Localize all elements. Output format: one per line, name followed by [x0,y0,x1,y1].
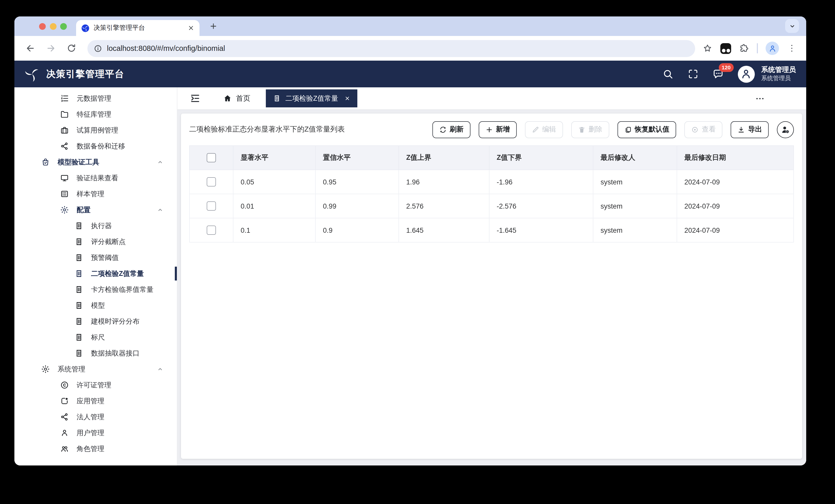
monitor-icon [60,174,69,182]
export-button[interactable]: 导出 [731,121,769,138]
restore-defaults-button[interactable]: 恢复默认值 [617,121,676,138]
row-checkbox[interactable] [207,177,216,187]
sidebar-item-role-management[interactable]: 角色管理 [14,441,177,457]
sidebar-item-score-cutoff[interactable]: 评分截断点 [14,234,177,250]
gear-icon [60,206,69,214]
extensions-puzzle-icon[interactable] [739,43,749,54]
sidebar-group-system-management[interactable]: 系统管理 [14,361,177,377]
sidebar-item-warning-threshold[interactable]: 预警阈值 [14,250,177,266]
cell-confidence: 0.9 [315,218,399,242]
tab-search-button[interactable] [785,19,799,33]
extension-icon[interactable] [720,43,731,54]
chevron-up-icon[interactable] [157,159,163,165]
search-icon[interactable] [662,68,673,80]
chevron-up-icon[interactable] [157,366,163,373]
close-tab-icon[interactable] [188,25,195,31]
cell-modified-by: system [593,170,677,194]
sidebar-item-model[interactable]: 模型 [14,297,177,313]
close-window-button[interactable] [39,23,46,29]
row-checkbox[interactable] [207,202,216,211]
row-checkbox[interactable] [207,226,216,235]
cell-confidence: 0.99 [315,194,399,218]
page-tab-bar: 首页 二项检验Z值常量 [177,87,806,110]
sidebar-item-label: 试算用例管理 [77,126,118,135]
sidebar-item-executor[interactable]: 执行器 [14,218,177,234]
delete-button[interactable]: 删除 [571,121,609,138]
sidebar-group-config[interactable]: 配置 [14,202,177,218]
sidebar-item-metadata-management[interactable]: 元数据管理 [14,90,177,106]
sidebar-item-license-management[interactable]: 许可证管理 [14,377,177,393]
bookmark-star-icon[interactable] [702,43,713,54]
table-row[interactable]: 0.05 0.95 1.96 -1.96 system 2024-07-09 [189,170,794,194]
cell-modified-date: 2024-07-09 [677,218,794,242]
browser-window: 决策引擎管理平台 localhost:8080/#/mv/config/bino… [14,17,806,465]
fullscreen-icon[interactable] [687,68,698,80]
browser-actions [702,42,799,55]
user-avatar[interactable] [737,65,755,82]
minimize-window-button[interactable] [49,23,56,29]
sidebar-group-model-validation[interactable]: 模型验证工具 [14,154,177,170]
reload-button[interactable] [63,40,80,57]
sidebar-item-ruler[interactable]: 标尺 [14,329,177,345]
zoom-window-button[interactable] [60,23,67,29]
table-header-row: 显著水平 置信水平 Z值上界 Z值下界 最后修改人 最后修改日期 [189,146,794,170]
view-button[interactable]: 查看 [684,121,722,138]
column-header: 显著水平 [233,146,315,170]
sidebar-item-application-management[interactable]: 应用管理 [14,393,177,409]
add-button[interactable]: 新增 [478,121,516,138]
receipt-icon [75,349,83,358]
browser-profile-avatar[interactable] [766,42,779,55]
sidebar-item-label: 模型 [91,301,105,310]
sidebar-item-label: 角色管理 [77,444,104,454]
collapse-sidebar-icon[interactable] [190,93,201,104]
site-info-icon[interactable] [94,44,102,52]
browser-menu-icon[interactable] [787,43,797,54]
select-all-checkbox[interactable] [207,153,216,162]
card-header: 二项检验标准正态分布显著水平下的Z值常量列表 刷新 新增 [189,113,794,145]
main-panel-background: 二项检验标准正态分布显著水平下的Z值常量列表 刷新 新增 [177,110,806,465]
sidebar-item-data-backup[interactable]: 数据备份和迁移 [14,138,177,154]
address-bar[interactable]: localhost:8080/#/mv/config/binomial [87,40,695,57]
window-controls [39,23,67,29]
sidebar-item-label: 执行器 [91,221,112,230]
column-settings-button[interactable] [777,121,794,138]
close-tab-icon[interactable] [345,96,350,101]
list-title: 二项检验标准正态分布显著水平下的Z值常量列表 [189,125,345,134]
sidebar-item-label: 特征库管理 [77,110,111,119]
sidebar-item-sample-management[interactable]: 样本管理 [14,186,177,202]
table-row[interactable]: 0.1 0.9 1.645 -1.645 system 2024-07-09 [189,218,794,242]
sidebar-item-validation-results[interactable]: 验证结果查看 [14,170,177,186]
tab-options-ellipsis-icon[interactable] [755,93,765,104]
sidebar-item-legal-entity-management[interactable]: 法人管理 [14,409,177,425]
breadcrumb-home[interactable]: 首页 [223,94,250,103]
refresh-button[interactable]: 刷新 [432,121,470,138]
table-row[interactable]: 0.01 0.99 2.576 -2.576 system 2024-07-09 [189,194,794,218]
new-tab-button[interactable] [208,21,219,32]
column-header: 最后修改日期 [677,146,794,170]
chevron-up-icon[interactable] [157,207,163,213]
notification-badge: 120 [718,63,734,72]
forward-button[interactable] [42,40,60,57]
active-page-tab[interactable]: 二项检验Z值常量 [266,89,357,107]
sidebar-item-user-management[interactable]: 用户管理 [14,425,177,441]
sidebar-item-modeling-score-dist[interactable]: 建模时评分分布 [14,313,177,329]
messages-icon[interactable]: 120 [712,68,724,80]
edit-button[interactable]: 编辑 [525,121,563,138]
sidebar-item-label: 系统管理 [58,364,85,374]
column-header: Z值下界 [489,146,593,170]
back-button[interactable] [22,40,39,57]
user-gear-icon [780,125,790,134]
user-info[interactable]: 系统管理员 系统管理员 [761,66,796,82]
browser-tab[interactable]: 决策引擎管理平台 [76,20,200,36]
sidebar-item-feature-library[interactable]: 特征库管理 [14,106,177,122]
cell-modified-by: system [593,194,677,218]
receipt-icon [75,269,83,278]
column-header: 置信水平 [315,146,399,170]
cell-significance: 0.01 [233,194,315,218]
sidebar-item-chisquare-constants[interactable]: 卡方检验临界值常量 [14,281,177,297]
sidebar-item-data-extractor-api[interactable]: 数据抽取器接口 [14,345,177,361]
receipt-icon [75,253,83,262]
list-icon [60,190,69,198]
sidebar-item-trial-cases[interactable]: 试算用例管理 [14,122,177,138]
sidebar-item-binomial-z-constants[interactable]: 二项检验Z值常量 [14,266,177,281]
